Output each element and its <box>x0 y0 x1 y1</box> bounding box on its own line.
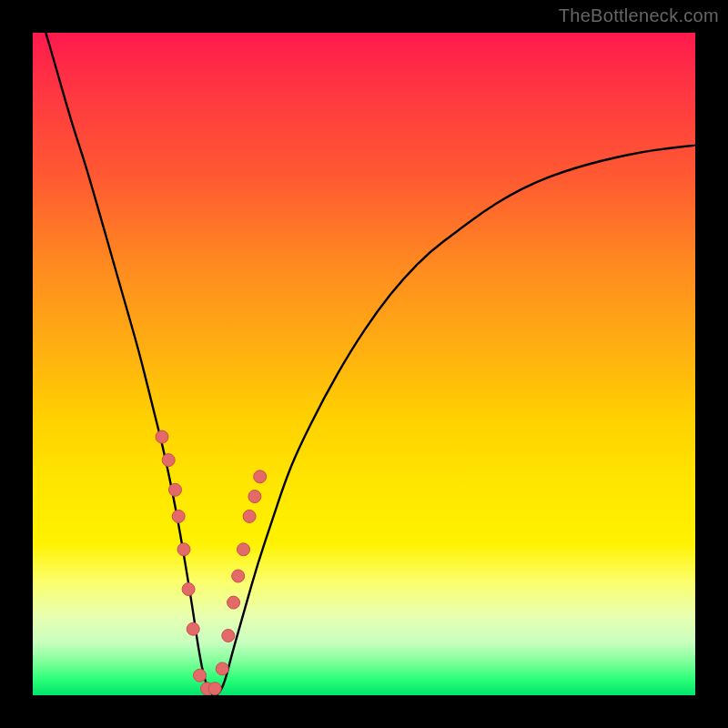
bottleneck-curve <box>33 33 695 695</box>
data-marker <box>238 543 250 556</box>
data-marker <box>187 622 199 635</box>
data-marker <box>156 430 168 443</box>
data-marker <box>216 662 228 675</box>
curve-layer <box>33 33 695 695</box>
chart-canvas: TheBottleneck.com <box>0 0 728 728</box>
data-marker <box>208 682 221 695</box>
data-marker <box>172 510 185 522</box>
data-marker <box>228 596 240 609</box>
watermark-label: TheBottleneck.com <box>559 5 719 26</box>
data-marker <box>232 570 245 582</box>
data-marker <box>169 483 182 496</box>
plot-area <box>33 33 695 695</box>
data-marker <box>182 583 195 596</box>
data-marker <box>162 454 175 467</box>
data-marker <box>254 470 267 483</box>
data-marker <box>194 669 207 682</box>
data-marker <box>248 490 261 503</box>
data-markers <box>156 430 267 695</box>
data-marker <box>222 630 235 642</box>
data-marker <box>177 543 190 556</box>
data-marker <box>243 510 256 522</box>
